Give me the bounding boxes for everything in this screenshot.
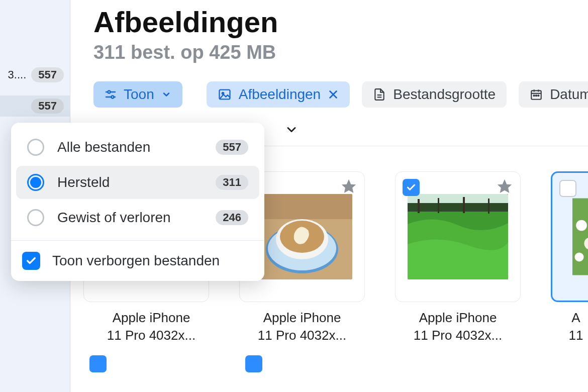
svg-rect-19	[252, 194, 352, 219]
radio-icon	[27, 209, 44, 226]
dropdown-item-label: Hersteld	[57, 174, 110, 190]
dropdown-item-count: 557	[216, 140, 248, 155]
filter-bar: Toon Afbeeldingen Bestandsgrootte	[93, 81, 588, 108]
card-caption: Apple iPhone 11 Pro 4032x...	[239, 309, 365, 344]
chip-label: Datum	[550, 86, 588, 103]
dropdown-item-hersteld[interactable]: Hersteld 311	[16, 166, 259, 199]
chevron-down-icon[interactable]	[284, 123, 299, 137]
toon-label: Toon	[124, 86, 154, 103]
svg-rect-28	[418, 199, 420, 213]
toon-dropdown-button[interactable]: Toon	[93, 81, 182, 108]
show-hidden-label: Toon verborgen bestanden	[52, 253, 220, 269]
svg-point-35	[575, 253, 584, 262]
card-checkbox[interactable]	[403, 179, 420, 196]
svg-marker-17	[342, 179, 356, 193]
chevron-down-icon	[161, 89, 171, 100]
dropdown-item-alle[interactable]: Alle bestanden 557	[16, 131, 259, 164]
thumbnail-image	[408, 194, 508, 279]
card-checkbox[interactable]	[89, 355, 107, 372]
sidebar-item-1[interactable]: 557	[0, 95, 70, 117]
card-caption: Apple iPhone 11 Pro 4032x...	[93, 309, 209, 344]
dropdown-item-label: Alle bestanden	[57, 139, 150, 155]
card-caption: Apple iPhone 11 Pro 4032x...	[395, 309, 521, 344]
svg-rect-26	[408, 194, 508, 203]
svg-point-16	[538, 95, 539, 96]
divider	[11, 240, 264, 241]
svg-point-33	[576, 220, 587, 231]
star-icon[interactable]	[340, 178, 357, 195]
calendar-icon	[530, 88, 543, 101]
show-hidden-toggle[interactable]: Toon verborgen bestanden	[11, 243, 264, 275]
file-icon	[373, 88, 386, 101]
sliders-icon	[105, 88, 117, 101]
gallery-card[interactable]: A 11	[551, 171, 588, 344]
radio-icon	[27, 139, 44, 156]
svg-rect-31	[488, 199, 489, 214]
close-icon[interactable]	[328, 89, 339, 100]
thumbnail-image	[572, 194, 588, 279]
svg-rect-30	[463, 197, 465, 213]
page-title: Afbeeldingen	[93, 5, 588, 39]
dropdown-item-label: Gewist of verloren	[57, 210, 171, 226]
svg-rect-29	[438, 198, 439, 213]
dropdown-item-count: 246	[216, 210, 248, 225]
card-caption: A 11	[551, 309, 588, 344]
chip-label: Afbeeldingen	[239, 86, 321, 103]
svg-marker-24	[498, 179, 512, 193]
sidebar-item-count: 557	[31, 67, 64, 82]
filter-chip-afbeeldingen[interactable]: Afbeeldingen	[207, 81, 350, 108]
sidebar-item-label: 3....	[8, 68, 27, 81]
svg-rect-32	[572, 199, 588, 275]
chip-label: Bestandsgrootte	[393, 86, 496, 103]
card-checkbox[interactable]	[245, 355, 262, 372]
filter-chip-bestandsgrootte[interactable]: Bestandsgrootte	[362, 81, 507, 108]
page-subtitle: 311 best. op 425 MB	[93, 42, 588, 63]
sidebar-item-count: 557	[31, 99, 64, 114]
toon-dropdown-menu: Alle bestanden 557 Hersteld 311 Gewist o…	[11, 123, 264, 281]
row-peek	[93, 355, 588, 372]
svg-point-1	[108, 91, 111, 93]
dropdown-item-gewist[interactable]: Gewist of verloren 246	[16, 201, 259, 234]
dropdown-item-count: 311	[216, 175, 248, 190]
thumbnail-image	[252, 194, 352, 279]
checkbox-icon	[22, 252, 40, 270]
image-icon	[218, 87, 232, 102]
svg-point-3	[112, 96, 114, 99]
radio-icon	[27, 174, 44, 191]
svg-point-14	[534, 95, 535, 96]
star-icon[interactable]	[496, 178, 513, 195]
sidebar-item-0[interactable]: 3.... 557	[0, 64, 70, 85]
svg-point-15	[536, 95, 537, 96]
gallery-card[interactable]: Apple iPhone 11 Pro 4032x...	[395, 171, 521, 344]
card-checkbox[interactable]	[559, 180, 576, 197]
filter-chip-datum[interactable]: Datum	[519, 81, 588, 108]
